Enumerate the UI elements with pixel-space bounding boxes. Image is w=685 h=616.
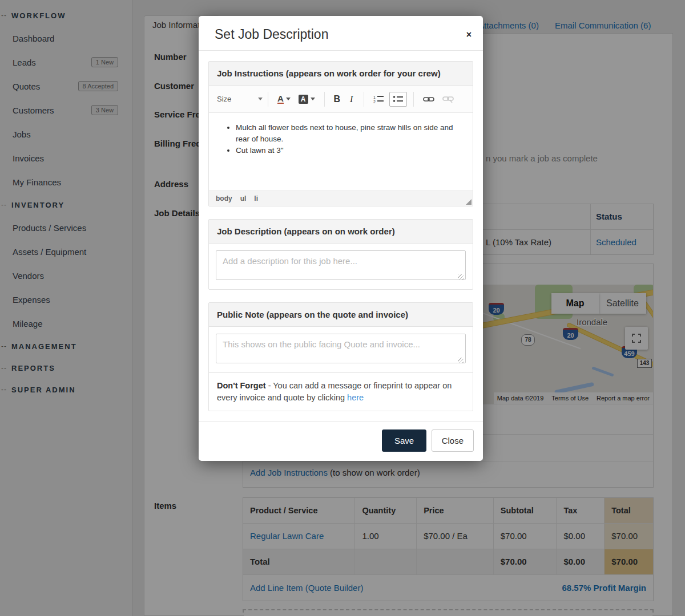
toolbar-divider [413,92,414,107]
italic-button[interactable]: I [345,92,357,107]
font-color-button[interactable]: A [275,92,293,106]
dont-forget-label: Don't Forget [217,381,266,390]
set-job-description-modal: Set Job Description × Job Instructions (… [199,16,483,461]
font-color-icon: A [277,94,284,104]
dont-forget-note: Don't Forget - You can add a message or … [209,372,473,411]
link-icon [423,96,434,103]
toolbar-divider [268,92,268,107]
path-body[interactable]: body [216,194,232,202]
instruction-bullet: Cut lawn at 3" [236,145,460,156]
chevron-down-icon [311,98,315,100]
insert-link-button[interactable] [420,94,437,105]
job-instructions-panel: Job Instructions (appears on work order … [208,61,473,206]
numbered-list-button[interactable]: 1 2 [370,92,387,106]
job-instructions-header: Job Instructions (appears on work order … [209,62,473,86]
svg-text:2: 2 [373,100,376,104]
bullet-list-button[interactable] [389,92,407,107]
chevron-down-icon [258,98,263,100]
public-note-input[interactable] [216,334,466,363]
modal-title: Set Job Description [215,27,472,42]
close-icon[interactable]: × [466,31,472,39]
font-size-dropdown[interactable]: Size [217,95,263,103]
textarea-resize-handle[interactable] [458,358,464,363]
path-li[interactable]: li [254,194,258,202]
bold-button[interactable]: B [331,92,344,107]
public-note-header: Public Note (appears on the quote and in… [209,303,473,327]
job-description-header: Job Description (appears on on work orde… [209,220,473,244]
modal-footer: Save Close [199,421,483,460]
remove-link-button[interactable] [440,93,457,106]
close-button[interactable]: Close [432,429,474,452]
editor-resize-handle[interactable] [466,199,472,205]
modal-body: Job Instructions (appears on work order … [199,51,483,411]
unlink-icon [442,95,454,103]
editor-element-path: body ul li [209,191,473,206]
svg-text:1: 1 [373,95,376,99]
invoice-settings-link[interactable]: here [347,393,364,402]
job-description-panel: Job Description (appears on on work orde… [208,219,473,290]
toolbar-divider [324,92,325,107]
bullet-list-icon [393,95,404,104]
bold-icon: B [334,94,341,104]
background-color-icon: A [299,95,308,104]
background-color-button[interactable]: A [296,92,318,106]
job-description-body [209,244,473,289]
rich-text-toolbar: Size A A B [209,86,473,113]
job-instructions-editor[interactable]: Mulch all flower beds next to house, pin… [209,113,473,191]
save-button[interactable]: Save [382,429,426,452]
public-note-panel: Public Note (appears on the quote and in… [208,302,473,411]
modal-header: Set Job Description × [199,16,483,51]
instruction-bullet: Mulch all flower beds next to house, pin… [236,122,460,145]
chevron-down-icon [286,98,291,100]
public-note-body [209,327,473,372]
job-description-input[interactable] [216,250,466,280]
path-ul[interactable]: ul [240,194,247,202]
toolbar-divider [364,92,364,107]
page: -- WORKFLOW Dashboard Leads 1 New Quotes… [0,0,685,616]
textarea-resize-handle[interactable] [458,274,464,280]
numbered-list-icon: 1 2 [373,95,384,104]
font-size-label: Size [217,95,231,103]
italic-icon: I [348,94,354,104]
